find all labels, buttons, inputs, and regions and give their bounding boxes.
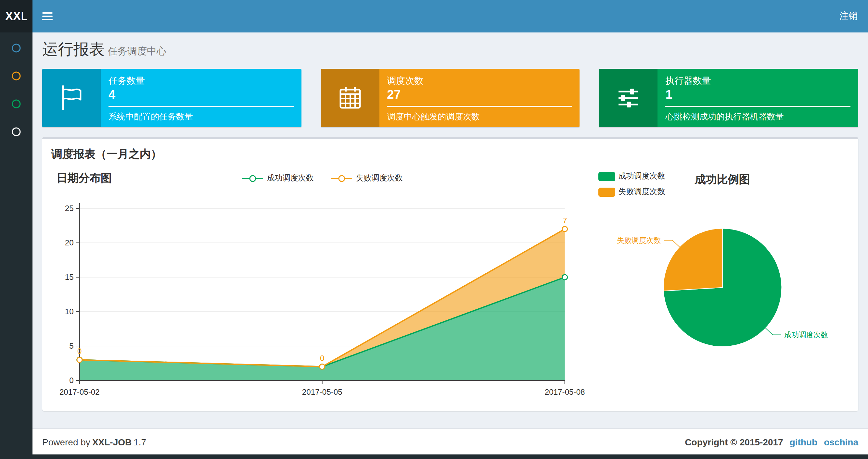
- app-logo[interactable]: XXL: [0, 0, 32, 32]
- svg-text:5: 5: [69, 341, 73, 350]
- line-series-marker-icon: [242, 174, 264, 183]
- info-box-content: 任务数量 4 系统中配置的任务数量: [101, 69, 301, 127]
- report-panel: 调度报表（一月之内） 日期分布图: [42, 137, 858, 411]
- circle-outline-icon: [11, 126, 22, 137]
- page-subtitle: 任务调度中心: [108, 45, 166, 57]
- svg-text:2017-05-05: 2017-05-05: [302, 388, 342, 396]
- circle-outline-icon: [11, 98, 22, 109]
- flag-icon: [42, 69, 101, 127]
- info-box-label: 调度次数: [387, 75, 572, 87]
- svg-text:25: 25: [65, 204, 74, 212]
- info-box-task-count: 任务数量 4 系统中配置的任务数量: [42, 69, 301, 127]
- info-box-divider: [108, 106, 293, 107]
- legend-item-fail[interactable]: 失败调度次数: [331, 173, 403, 184]
- info-box-content: 执行器数量 1 心跳检测成功的执行器机器数量: [658, 69, 858, 127]
- sidebar-item-2[interactable]: [0, 62, 32, 90]
- svg-text:2017-05-02: 2017-05-02: [59, 388, 100, 396]
- svg-text:10: 10: [65, 307, 74, 316]
- info-box-label: 任务数量: [108, 75, 293, 87]
- footer: Powered byXXL-JOB1.7 Copyright © 2015-20…: [32, 428, 868, 455]
- svg-text:0: 0: [69, 376, 73, 385]
- info-box-description: 调度中心触发的调度次数: [387, 111, 572, 122]
- pie-chart-title: 成功比例图: [594, 172, 850, 187]
- page-title: 运行报表任务调度中心: [42, 39, 858, 60]
- powered-prefix: Powered by: [42, 436, 90, 447]
- copyright-area: Copyright © 2015-2017 github oschina: [685, 436, 858, 447]
- sidebar-item-3[interactable]: [0, 90, 32, 118]
- powered-by-text: Powered byXXL-JOB1.7: [42, 436, 146, 447]
- logo-text-bold: XX: [5, 9, 21, 23]
- circle-outline-icon: [11, 70, 22, 81]
- info-box-value: 4: [108, 87, 293, 102]
- sliders-icon: [599, 69, 658, 127]
- sidebar: [0, 32, 32, 459]
- circle-outline-icon: [11, 42, 22, 53]
- hamburger-icon: [42, 10, 52, 22]
- svg-text:15: 15: [65, 273, 74, 282]
- legend-label: 失败调度次数: [356, 173, 403, 184]
- product-version: 1.7: [133, 436, 146, 447]
- top-navbar: XXL 注销: [0, 0, 868, 32]
- info-box-divider: [665, 106, 850, 107]
- info-box-value: 27: [387, 87, 572, 102]
- screen: XXL 注销 运行报表任务调度中心: [0, 0, 868, 459]
- oschina-link[interactable]: oschina: [824, 436, 858, 447]
- panel-title: 调度报表（一月之内）: [51, 148, 162, 160]
- info-box-label: 执行器数量: [665, 75, 850, 87]
- github-link[interactable]: github: [790, 436, 818, 447]
- sidebar-toggle-button[interactable]: [32, 0, 62, 32]
- legend-item-success[interactable]: 成功调度次数: [242, 173, 314, 184]
- info-box-description: 心跳检测成功的执行器机器数量: [665, 111, 850, 122]
- content: 运行报表任务调度中心 任务数量 4: [32, 32, 868, 428]
- success-ratio-plot: 成功调度次数失败调度次数: [594, 190, 850, 383]
- logo-text-light: L: [21, 9, 27, 23]
- copyright-text: Copyright © 2015-2017: [685, 436, 783, 447]
- info-box-content: 调度次数 27 调度中心触发的调度次数: [379, 69, 580, 127]
- date-distribution-plot: 05101520252017-05-022017-05-052017-05-08…: [50, 189, 594, 403]
- info-box-trigger-count: 调度次数 27 调度中心触发的调度次数: [321, 69, 580, 127]
- svg-text:20: 20: [65, 238, 74, 247]
- line-chart-head: 日期分布图 成功调度次数: [50, 169, 594, 189]
- product-name: XXL-JOB: [92, 436, 131, 447]
- svg-text:成功调度次数: 成功调度次数: [784, 331, 828, 339]
- info-box-value: 1: [665, 87, 850, 102]
- sidebar-item-4[interactable]: [0, 118, 32, 145]
- svg-text:失败调度次数: 失败调度次数: [617, 236, 661, 244]
- svg-text:0: 0: [77, 347, 82, 356]
- date-distribution-chart: 日期分布图 成功调度次数: [50, 169, 594, 403]
- line-chart-title: 日期分布图: [57, 171, 112, 186]
- line-chart-legend: 成功调度次数 失败调度次数: [50, 169, 594, 184]
- main-column: 运行报表任务调度中心 任务数量 4: [32, 32, 868, 455]
- info-box-divider: [387, 106, 572, 107]
- svg-text:7: 7: [563, 216, 567, 225]
- info-box-executor-count: 执行器数量 1 心跳检测成功的执行器机器数量: [599, 69, 858, 127]
- line-series-marker-icon: [331, 174, 353, 183]
- page-title-text: 运行报表: [42, 40, 104, 58]
- info-box-description: 系统中配置的任务数量: [108, 111, 293, 122]
- svg-text:2017-05-08: 2017-05-08: [545, 388, 585, 396]
- report-panel-body: 日期分布图 成功调度次数: [42, 163, 858, 411]
- legend-label: 成功调度次数: [267, 173, 314, 184]
- report-panel-header: 调度报表（一月之内）: [42, 139, 858, 163]
- calendar-icon: [321, 69, 379, 127]
- app-window: XXL 注销 运行报表任务调度中心: [0, 0, 868, 459]
- logout-link[interactable]: 注销: [829, 0, 868, 32]
- info-box-row: 任务数量 4 系统中配置的任务数量: [42, 69, 858, 127]
- success-ratio-chart: 成功调度次数 失败调度次数 成功比例图 成功调度次数失败调度次数: [594, 169, 850, 403]
- sidebar-item-1[interactable]: [0, 34, 32, 62]
- svg-text:0: 0: [320, 354, 324, 363]
- content-header: 运行报表任务调度中心: [32, 32, 868, 60]
